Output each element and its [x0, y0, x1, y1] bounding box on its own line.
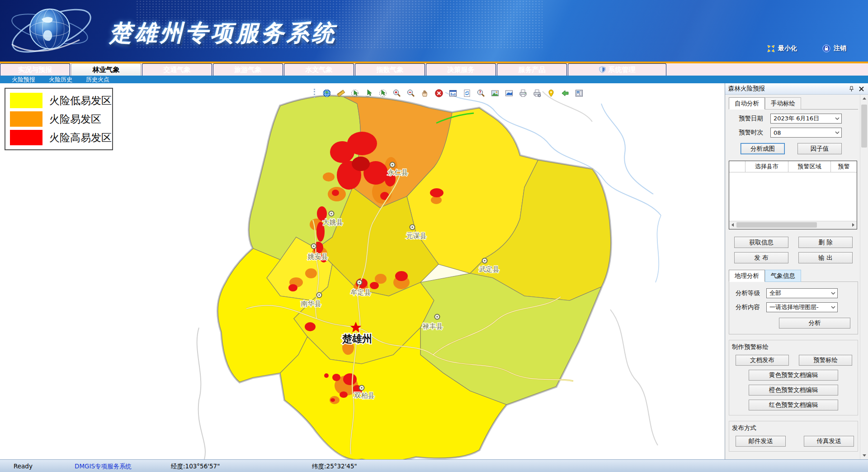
legend-item-low: 火险低易发区 — [10, 93, 108, 108]
tab-live-forecast[interactable]: 实况与预报 — [0, 63, 70, 76]
close-icon[interactable] — [858, 85, 865, 92]
combobox-value: 全部 — [769, 289, 781, 297]
warning-date-label: 预警日期 — [739, 114, 767, 123]
geo-tabstrip: 地理分析 气象信息 — [729, 270, 858, 282]
status-longitude: 经度:103°56'57" — [171, 462, 220, 471]
factor-value-button[interactable]: 因子值 — [797, 143, 842, 154]
county-warning-table[interactable]: 选择县市 预警区域 预警 — [729, 161, 857, 229]
county-label: 双柏县 — [354, 391, 375, 400]
email-send-button[interactable]: 邮件发送 — [736, 436, 786, 447]
page-layout-icon[interactable] — [574, 89, 584, 98]
column-header: 选择县市 — [745, 161, 788, 172]
toolbar-grip[interactable] — [314, 89, 316, 98]
status-ready: Ready — [14, 462, 33, 470]
scroll-down-arrow-icon[interactable] — [860, 452, 868, 459]
tab-label: 指数气象 — [377, 66, 404, 74]
print-icon[interactable] — [518, 89, 528, 98]
warning-date-combobox[interactable]: 2023年 6月16日 — [770, 114, 842, 124]
analysis-level-combobox[interactable]: 全部 — [766, 288, 838, 298]
minimize-button[interactable]: 最小化 — [767, 44, 797, 52]
zoom-in-icon[interactable] — [392, 89, 401, 98]
measure-distance-icon[interactable] — [336, 89, 345, 98]
pan-hand-icon[interactable] — [420, 89, 429, 98]
refresh-page-icon[interactable] — [462, 89, 472, 98]
main-tabbar: 实况与预报 林业气象 交通气象 旅游气象 水文气象 指数气象 决策服务 服务产品… — [0, 63, 868, 76]
subnav-historical-fire-points[interactable]: 历史火点 — [86, 76, 109, 84]
column-header: 预警 — [831, 161, 857, 172]
tab-index-weather[interactable]: 指数气象 — [355, 63, 425, 76]
publish-method-group: 发布方式 邮件发送 传真发送 — [729, 421, 858, 452]
publish-button[interactable]: 发 布 — [734, 252, 788, 263]
tab-traffic-weather[interactable]: 交通气象 — [142, 63, 212, 76]
county-polygons[interactable] — [218, 96, 611, 459]
map-viewport[interactable]: 永仁县 元谋县 大姚县 姚安县 武定县 牟定县 南华县 禄丰县 双柏县 楚雄州 … — [0, 83, 725, 459]
cancel-icon[interactable] — [434, 89, 443, 98]
tab-label: 系统管理 — [609, 66, 636, 74]
group-title: 发布方式 — [732, 424, 854, 432]
select-by-lasso-icon[interactable] — [378, 89, 387, 98]
world-dot-pattern — [136, 0, 542, 50]
identify-icon[interactable]: ? — [476, 89, 486, 98]
county-label: 武定县 — [479, 265, 500, 273]
red-warning-doc-button[interactable]: 红色预警文档编辑 — [749, 400, 838, 410]
delete-button[interactable]: 删 除 — [798, 237, 853, 248]
subnav-fire-risk-history[interactable]: 火险历史 — [49, 76, 72, 84]
tab-hydrology-weather[interactable]: 水文气象 — [284, 63, 354, 76]
tab-forestry-weather[interactable]: 林业气象 — [71, 63, 141, 76]
tab-weather-info[interactable]: 气象信息 — [765, 270, 801, 282]
analyze-chart-button[interactable]: 分析成图 — [741, 143, 785, 154]
subnav-fire-risk-forecast[interactable]: 火险预报 — [12, 76, 35, 84]
chevron-down-icon — [835, 117, 840, 120]
minimize-icon — [767, 45, 775, 52]
tab-geo-analysis[interactable]: 地理分析 — [729, 270, 765, 282]
get-info-button[interactable]: 获取信息 — [734, 237, 788, 248]
legend-item-mid: 火险易发区 — [10, 111, 108, 127]
overview-window-icon[interactable] — [448, 89, 458, 98]
minimize-label: 最小化 — [778, 44, 797, 52]
map-image-icon[interactable] — [504, 89, 514, 98]
analysis-content-combobox[interactable]: 一请选择地理图层- — [766, 302, 838, 312]
previous-view-icon[interactable] — [560, 89, 570, 98]
tab-service-products[interactable]: 服务产品 — [497, 63, 567, 76]
combobox-value: 一请选择地理图层- — [769, 303, 819, 311]
analyze-button[interactable]: 分析 — [779, 318, 850, 329]
export-image-icon[interactable] — [490, 89, 500, 98]
legend-box: 火险低易发区 火险易发区 火险高易发区 — [5, 88, 113, 150]
fax-send-button[interactable]: 传真发送 — [804, 436, 854, 447]
scrollbar-thumb[interactable] — [736, 222, 817, 228]
tab-decision-service[interactable]: 决策服务 — [426, 63, 496, 76]
status-system-link[interactable]: DMGIS专项服务系统 — [75, 462, 132, 471]
zoom-out-icon[interactable] — [406, 89, 415, 98]
county-label: 元谋县 — [406, 232, 427, 240]
combobox-value: 2023年 6月16日 — [774, 114, 819, 123]
orange-warning-doc-button[interactable]: 橙色预警文档编辑 — [749, 385, 838, 396]
scrollbar-thumb[interactable] — [861, 105, 867, 148]
warning-time-label: 预警时次 — [739, 129, 767, 137]
warning-time-combobox[interactable]: 08 — [770, 128, 842, 138]
locate-pin-icon[interactable] — [546, 89, 556, 98]
print-setup-icon[interactable] — [532, 89, 542, 98]
status-latitude: 纬度:25°32'45" — [312, 462, 357, 471]
yellow-warning-doc-button[interactable]: 黄色预警文档编辑 — [749, 370, 838, 381]
pin-icon[interactable] — [848, 85, 855, 92]
tab-system-management[interactable]: 系统管理 — [568, 63, 666, 76]
doc-publish-button[interactable]: 文档发布 — [736, 355, 789, 366]
pan-globe-icon[interactable] — [322, 89, 331, 98]
tab-manual-plot[interactable]: 手动标绘 — [765, 97, 801, 110]
tab-tourism-weather[interactable]: 旅游气象 — [213, 63, 283, 76]
select-by-circle-icon[interactable] — [350, 89, 359, 98]
warning-plot-button[interactable]: 预警标绘 — [799, 355, 852, 366]
select-feature-icon[interactable] — [364, 89, 373, 98]
panel-vertical-scrollbar[interactable] — [860, 95, 868, 459]
analysis-content-label: 分析内容 — [736, 303, 763, 311]
county-label: 禄丰县 — [423, 322, 443, 330]
panel-titlebar: 森林火险预报 — [725, 83, 868, 95]
scroll-up-arrow-icon[interactable] — [860, 95, 868, 102]
table-horizontal-scrollbar[interactable] — [729, 221, 857, 229]
logout-button[interactable]: 注销 — [822, 44, 846, 52]
scroll-left-arrow-icon[interactable] — [729, 221, 736, 229]
analysis-level-label: 分析等级 — [736, 289, 763, 297]
scroll-right-arrow-icon[interactable] — [850, 221, 857, 229]
tab-auto-analysis[interactable]: 自动分析 — [729, 97, 765, 110]
export-button[interactable]: 输 出 — [798, 252, 853, 263]
